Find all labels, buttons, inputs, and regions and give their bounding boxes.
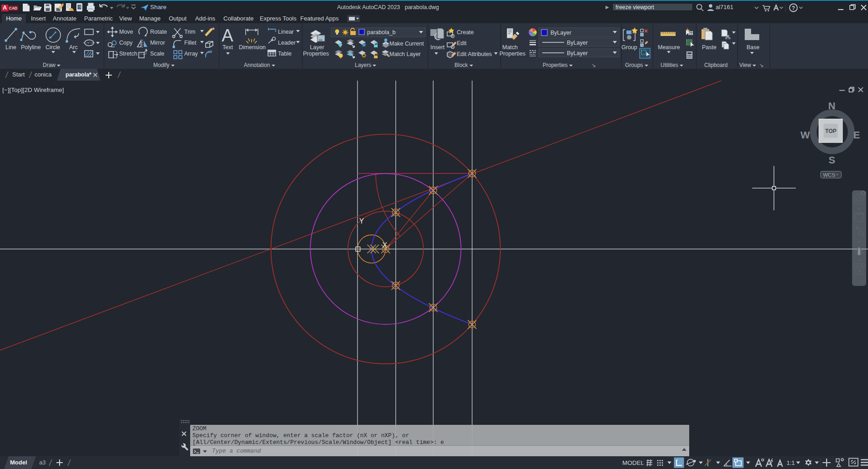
svg-text:E: E — [853, 129, 860, 141]
svg-text:1:1: 1:1 — [787, 459, 795, 466]
svg-text:W: W — [801, 129, 810, 141]
svg-text:parabola_b: parabola_b — [367, 29, 396, 36]
svg-text:S: S — [828, 154, 835, 166]
svg-text:[−][Top][2D Wireframe]: [−][Top][2D Wireframe] — [2, 87, 64, 93]
svg-text:ByLayer: ByLayer — [567, 40, 588, 46]
svg-text:Y: Y — [359, 217, 364, 225]
svg-text:ByLayer: ByLayer — [567, 50, 588, 56]
svg-text:A: A — [222, 26, 233, 45]
svg-text:MODEL: MODEL — [622, 459, 645, 466]
svg-text:WCS: WCS — [823, 172, 835, 178]
svg-text:X: X — [383, 241, 388, 249]
svg-text:TOP: TOP — [825, 128, 836, 134]
svg-text:ByLayer: ByLayer — [550, 30, 571, 36]
svg-text:N: N — [828, 100, 836, 112]
svg-text:?: ? — [792, 5, 795, 11]
